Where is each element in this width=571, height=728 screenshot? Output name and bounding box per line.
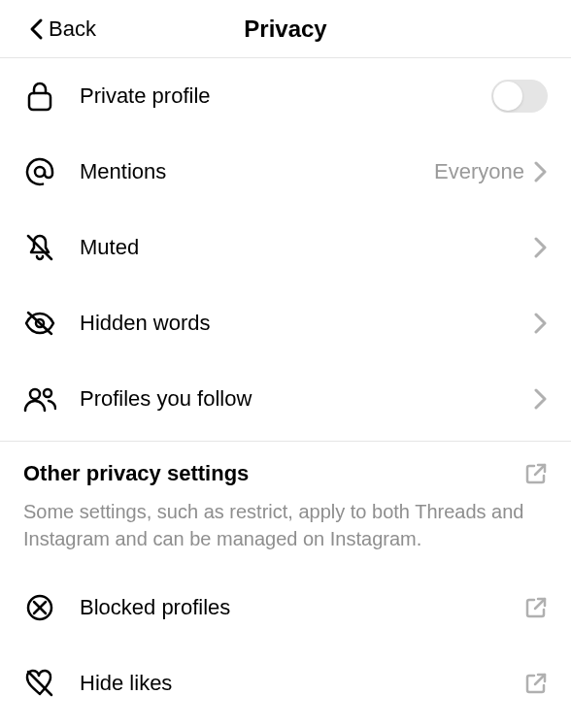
section-header-other-privacy[interactable]: Other privacy settings xyxy=(0,442,571,498)
chevron-right-icon xyxy=(534,313,548,334)
chevron-right-icon xyxy=(534,161,548,182)
external-link-icon xyxy=(524,672,548,695)
heart-off-icon xyxy=(23,667,56,700)
row-label: Mentions xyxy=(80,159,434,184)
external-link-icon xyxy=(524,462,548,485)
section-title: Other privacy settings xyxy=(23,461,524,486)
external-link-icon xyxy=(524,596,548,619)
page-title: Privacy xyxy=(244,16,326,43)
row-hide-likes[interactable]: Hide likes xyxy=(0,645,571,721)
row-private-profile[interactable]: Private profile xyxy=(0,58,571,134)
row-label: Muted xyxy=(80,235,534,260)
svg-line-2 xyxy=(28,236,51,259)
row-label: Blocked profiles xyxy=(80,595,524,620)
svg-point-1 xyxy=(35,167,45,177)
svg-line-11 xyxy=(535,599,545,609)
row-blocked-profiles[interactable]: Blocked profiles xyxy=(0,570,571,645)
back-label: Back xyxy=(49,17,96,42)
header: Back Privacy xyxy=(0,0,571,58)
row-label: Profiles you follow xyxy=(80,386,534,412)
section-description: Some settings, such as restrict, apply t… xyxy=(0,498,571,570)
svg-line-13 xyxy=(535,675,545,684)
row-value: Everyone xyxy=(434,159,524,184)
blocked-icon xyxy=(23,591,56,624)
toggle-knob xyxy=(493,82,522,111)
lock-icon xyxy=(23,80,56,113)
people-icon xyxy=(23,382,56,415)
chevron-right-icon xyxy=(534,237,548,258)
svg-rect-0 xyxy=(29,93,50,110)
chevron-right-icon xyxy=(534,388,548,410)
svg-point-6 xyxy=(44,389,51,397)
bell-off-icon xyxy=(23,231,56,264)
row-label: Hide likes xyxy=(80,671,524,696)
row-label: Private profile xyxy=(80,83,491,109)
chevron-left-icon xyxy=(29,17,45,41)
svg-point-5 xyxy=(30,389,40,399)
row-label: Hidden words xyxy=(80,311,534,336)
at-icon xyxy=(23,155,56,188)
row-muted[interactable]: Muted xyxy=(0,210,571,285)
private-profile-toggle[interactable] xyxy=(491,80,548,113)
row-hidden-words[interactable]: Hidden words xyxy=(0,285,571,361)
eye-off-icon xyxy=(23,307,56,340)
row-profiles-you-follow[interactable]: Profiles you follow xyxy=(0,361,571,437)
row-mentions[interactable]: Mentions Everyone xyxy=(0,134,571,210)
back-button[interactable]: Back xyxy=(0,17,96,42)
settings-list: Private profile Mentions Everyone Muted xyxy=(0,58,571,437)
svg-line-7 xyxy=(535,465,545,475)
